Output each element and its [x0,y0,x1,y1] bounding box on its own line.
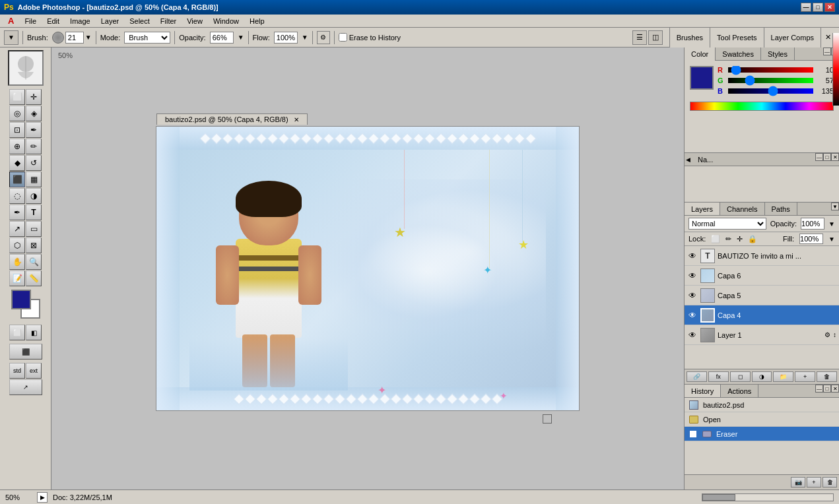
tool-marquee[interactable]: ⬜ [9,89,25,105]
quickmask-btn[interactable]: ◫ [648,30,663,45]
menu-select[interactable]: Select [124,15,155,28]
close-button[interactable]: ✕ [824,3,835,12]
mode-select[interactable]: Brush [124,32,170,44]
status-expand-btn[interactable]: ▶ [37,492,48,503]
lock-position-btn[interactable]: ✛ [737,235,743,243]
g-slider[interactable] [728,78,813,83]
history-item-open[interactable]: Open [685,412,839,427]
layer-item-capa6[interactable]: 👁 Capa 6 [685,266,839,286]
tab-layers[interactable]: Layers [685,203,720,215]
menu-layer[interactable]: Layer [96,15,125,28]
tool-blur[interactable]: ◌ [9,188,25,204]
tab-channels[interactable]: Channels [720,203,764,215]
lock-transparency-btn[interactable]: ⬜ [711,235,720,243]
document-tab[interactable]: bautizo2.psd @ 50% (Capa 4, RGB/8) ✕ [156,113,308,125]
layer-eye-capa4[interactable]: 👁 [687,310,698,321]
menu-edit[interactable]: Edit [42,15,65,28]
tool-shape[interactable]: ▭ [26,221,42,237]
fill-input[interactable] [799,234,823,244]
color-panel-minimize[interactable]: — [823,47,831,55]
layer-item-layer1[interactable]: 👁 Layer 1 ⚙ ↕ [685,325,839,345]
standard-mode-btn[interactable]: ⬜ [9,325,25,340]
brushes-tab-top[interactable]: Brushes [670,28,710,47]
tool-pen[interactable]: ✒ [9,205,25,220]
screen-mode-btn[interactable]: ⬛ [9,344,42,360]
h-scrollbar[interactable] [702,493,834,501]
tool-3d-rotate[interactable]: ⬡ [9,237,25,253]
layer-item-text[interactable]: 👁 T BAUTIZO Te invito a mi ... [685,246,839,266]
menu-filter[interactable]: Filter [155,15,182,28]
layer-item-capa5[interactable]: 👁 Capa 5 [685,286,839,305]
tab-actions[interactable]: Actions [721,385,758,397]
panel-toggle-btn[interactable]: ☰ [632,30,647,45]
brushes-panel-minimize[interactable]: — [815,153,823,161]
tool-clone[interactable]: ◆ [9,155,25,171]
layer-link-btn[interactable]: 🔗 [687,371,707,382]
layer-adj-btn[interactable]: ◑ [752,371,772,382]
maximize-button[interactable]: □ [813,3,823,12]
airbrush-btn[interactable]: ⚙ [317,31,330,44]
history-panel-maximize[interactable]: □ [823,385,831,393]
history-new-btn[interactable]: + [807,477,821,488]
erase-history-checkbox[interactable] [339,33,347,42]
tool-eyedropper[interactable]: ✒ [26,122,42,138]
tool-eraser[interactable]: ⬛ [9,172,25,187]
fg-color-swatch[interactable] [690,66,714,90]
jump-btn[interactable]: ↗ [9,379,42,395]
foreground-color-swatch[interactable] [11,290,31,309]
tab-swatches[interactable]: Swatches [716,47,761,61]
tool-dodge[interactable]: ◑ [26,188,42,204]
layer-new-btn[interactable]: + [795,371,815,382]
layer-eye-capa6[interactable]: 👁 [687,270,698,281]
ps-canvas[interactable]: ★ ✦ ★ ✦ ✦ [156,127,579,410]
brush-size-input[interactable] [65,32,84,44]
h-scrollbar-thumb[interactable] [702,494,735,501]
tool-note[interactable]: 📝 [9,270,25,286]
menu-view[interactable]: View [182,15,208,28]
layer-eye-layer1[interactable]: 👁 [687,330,698,340]
tool-measure[interactable]: 📏 [26,270,42,286]
layers-panel-options[interactable]: ▼ [831,203,839,210]
color-hue-bar[interactable] [832,33,839,106]
layer-comps-tab-top[interactable]: Layer Comps [764,28,821,47]
tool-gradient[interactable]: ▦ [26,172,42,187]
brushes-panel-close[interactable]: ✕ [831,153,839,161]
quickmask-mode-btn[interactable]: ◧ [26,325,42,340]
layer-fx-btn[interactable]: fx [708,371,729,382]
tool-path-select[interactable]: ↗ [9,221,25,237]
tool-crop[interactable]: ⊡ [9,122,25,138]
layer-group-btn[interactable]: 📁 [773,371,793,382]
layer-eye-capa5[interactable]: 👁 [687,290,698,301]
layer-delete-btn[interactable]: 🗑 [817,371,837,382]
tool-spot-heal[interactable]: ⊕ [9,139,25,154]
layers-opacity-input[interactable] [801,218,824,230]
history-panel-minimize[interactable]: — [815,385,823,393]
color-spectrum-bar[interactable] [690,102,834,111]
tool-history-brush[interactable]: ↺ [26,155,42,171]
history-panel-close[interactable]: ✕ [831,385,839,393]
blend-mode-select[interactable]: Normal [688,218,766,230]
tab-color[interactable]: Color [685,47,716,61]
brushes-panel-maximize[interactable]: □ [823,153,831,161]
history-delete-btn[interactable]: 🗑 [822,477,837,488]
minimize-button[interactable]: — [801,3,811,12]
history-item-snapshot[interactable]: bautizo2.psd [685,398,839,412]
tool-text[interactable]: T [26,205,42,220]
flow-input[interactable] [274,32,298,44]
tab-history[interactable]: History [685,385,721,397]
edit-ext-btn[interactable]: ext [26,363,42,379]
history-item-eraser[interactable]: Eraser [685,427,839,441]
tool-quick-select[interactable]: ◈ [26,106,42,121]
edit-std-btn[interactable]: std [9,363,25,379]
layer-mask-btn[interactable]: ◻ [730,371,751,382]
tab-styles[interactable]: Styles [761,47,795,61]
tool-3d-pan[interactable]: ⊠ [26,237,42,253]
tool-preset-picker[interactable]: ▼ [4,30,18,45]
b-slider[interactable] [728,88,813,94]
menu-help[interactable]: Help [244,15,270,28]
lock-all-btn[interactable]: 🔒 [748,235,757,243]
menu-file[interactable]: File [19,15,42,28]
layer-eye-text[interactable]: 👁 [687,251,698,261]
tool-hand[interactable]: ✋ [9,254,25,270]
erase-history-label[interactable]: Erase to History [339,33,401,42]
